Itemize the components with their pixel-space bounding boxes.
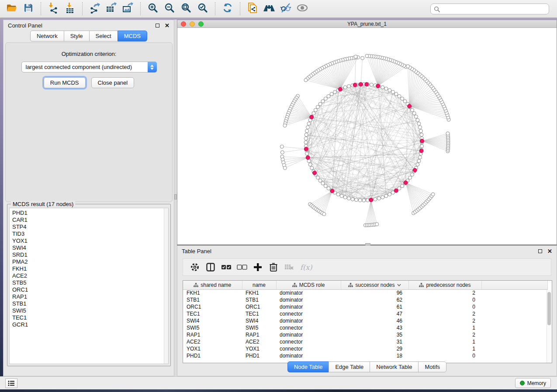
create-column-button[interactable] bbox=[251, 261, 264, 274]
table-cell[interactable]: connector bbox=[276, 324, 341, 331]
apply-layout-button[interactable] bbox=[219, 1, 236, 16]
tab-style[interactable]: Style bbox=[64, 31, 90, 41]
table-cell[interactable]: 96 bbox=[341, 289, 408, 296]
table-cell[interactable]: 61 bbox=[341, 303, 408, 310]
table-cell[interactable]: 0 bbox=[408, 352, 481, 359]
tab-motifs[interactable]: Motifs bbox=[418, 361, 446, 372]
table-row[interactable]: SWI5SWI5connector431 bbox=[183, 324, 547, 331]
network-node[interactable] bbox=[419, 129, 422, 133]
table-row[interactable]: FKH1FKH1dominator962 bbox=[183, 289, 547, 296]
mcds-node-item[interactable]: GCR1 bbox=[12, 321, 168, 328]
table-cell[interactable]: 2 bbox=[408, 310, 481, 317]
table-cell[interactable]: RAP1 bbox=[242, 331, 276, 338]
select-all-columns-button[interactable] bbox=[220, 261, 233, 274]
mcds-node-item[interactable]: ORC1 bbox=[12, 286, 168, 293]
network-window-titlebar[interactable]: YPA_prune.txt_1 bbox=[177, 20, 557, 28]
table-cell[interactable]: STB1 bbox=[242, 296, 276, 303]
network-node[interactable] bbox=[361, 56, 364, 60]
mcds-hub-node[interactable] bbox=[310, 115, 314, 119]
network-node[interactable] bbox=[431, 193, 435, 196]
network-node[interactable] bbox=[388, 193, 391, 196]
table-options-button[interactable] bbox=[188, 261, 201, 274]
network-node[interactable] bbox=[321, 182, 325, 185]
network-node[interactable] bbox=[394, 92, 398, 96]
table-cell[interactable]: ACE2 bbox=[183, 338, 242, 345]
table-cell[interactable]: TEC1 bbox=[242, 310, 276, 317]
export-table-button[interactable] bbox=[103, 1, 120, 16]
network-node[interactable] bbox=[330, 92, 333, 96]
network-node[interactable] bbox=[336, 193, 340, 196]
column-header-MCDS-role[interactable]: MCDS role bbox=[276, 281, 341, 289]
network-node[interactable] bbox=[384, 87, 388, 90]
table-row[interactable]: RAP1RAP1dominator352 bbox=[183, 331, 547, 338]
network-node[interactable] bbox=[365, 54, 369, 58]
network-node[interactable] bbox=[316, 105, 319, 109]
mcds-hub-node[interactable] bbox=[420, 139, 424, 143]
scrollbar-thumb[interactable] bbox=[547, 292, 551, 325]
mcds-hub-node[interactable] bbox=[419, 149, 423, 153]
network-node[interactable] bbox=[406, 65, 410, 68]
tab-network[interactable]: Network bbox=[30, 31, 64, 41]
mcds-hub-node[interactable] bbox=[304, 147, 308, 151]
table-cell[interactable]: YOX1 bbox=[242, 345, 276, 352]
network-node[interactable] bbox=[308, 163, 312, 166]
network-node[interactable] bbox=[416, 163, 419, 166]
mcds-hub-node[interactable] bbox=[404, 181, 408, 185]
table-cell[interactable]: dominator bbox=[276, 303, 341, 310]
network-node[interactable] bbox=[420, 144, 424, 148]
close-panel-icon[interactable]: ✕ bbox=[165, 23, 170, 28]
table-cell[interactable] bbox=[481, 331, 547, 338]
search-input[interactable] bbox=[442, 6, 546, 12]
zoom-out-button[interactable] bbox=[161, 1, 178, 16]
network-node[interactable] bbox=[414, 115, 418, 118]
column-header-shared-name[interactable]: shared name bbox=[183, 281, 242, 289]
optimization-criterion-select[interactable]: largest connected component (undirected) bbox=[21, 62, 157, 72]
table-cell[interactable]: PHD1 bbox=[242, 352, 276, 359]
table-cell[interactable] bbox=[481, 296, 547, 303]
network-node[interactable] bbox=[314, 108, 317, 112]
close-panel-icon[interactable]: ✕ bbox=[547, 248, 552, 254]
network-node[interactable] bbox=[355, 198, 358, 202]
table-cell[interactable]: connector bbox=[276, 338, 341, 345]
mcds-hub-node[interactable] bbox=[413, 168, 417, 172]
mcds-hub-node[interactable] bbox=[353, 83, 357, 87]
network-node[interactable] bbox=[307, 122, 311, 125]
hide-details-button[interactable] bbox=[277, 1, 294, 16]
table-cell[interactable]: 2 bbox=[408, 317, 481, 324]
mcds-node-item[interactable]: STB1 bbox=[12, 300, 168, 307]
table-cell[interactable]: 35 bbox=[341, 331, 408, 338]
table-cell[interactable]: FKH1 bbox=[183, 289, 242, 296]
network-node[interactable] bbox=[351, 197, 354, 201]
table-cell[interactable] bbox=[481, 352, 547, 359]
network-node[interactable] bbox=[304, 141, 308, 144]
network-node[interactable] bbox=[416, 118, 419, 122]
table-cell[interactable]: YOX1 bbox=[183, 345, 242, 352]
mcds-node-item[interactable]: TEC1 bbox=[12, 314, 168, 321]
tab-edge-table[interactable]: Edge Table bbox=[329, 361, 370, 372]
float-panel-icon[interactable] bbox=[538, 249, 542, 253]
table-cell[interactable]: 43 bbox=[341, 324, 408, 331]
table-cell[interactable] bbox=[481, 310, 547, 317]
network-node[interactable] bbox=[381, 86, 384, 89]
table-cell[interactable]: dominator bbox=[276, 331, 341, 338]
table-row[interactable]: PHD1PHD1dominator180 bbox=[183, 352, 547, 359]
network-node[interactable] bbox=[408, 176, 412, 179]
mcds-node-item[interactable]: YOX1 bbox=[12, 237, 168, 244]
deselect-all-columns-button[interactable] bbox=[235, 261, 249, 274]
mcds-hub-node[interactable] bbox=[306, 156, 310, 160]
tab-network-table[interactable]: Network Table bbox=[370, 361, 419, 372]
network-node[interactable] bbox=[280, 151, 284, 154]
mcds-hub-node[interactable] bbox=[369, 198, 373, 202]
mcds-hub-node[interactable] bbox=[338, 87, 342, 91]
network-node[interactable] bbox=[283, 124, 287, 127]
clone-network-button[interactable] bbox=[244, 1, 261, 16]
table-cell[interactable] bbox=[481, 317, 547, 324]
mcds-hub-node[interactable] bbox=[365, 83, 369, 86]
network-node[interactable] bbox=[381, 196, 384, 199]
import-network-button[interactable] bbox=[45, 1, 62, 16]
network-node[interactable] bbox=[312, 112, 315, 115]
node-table[interactable]: shared namenameMCDS rolesuccessor nodesp… bbox=[183, 280, 552, 363]
network-node[interactable] bbox=[411, 108, 414, 112]
mcds-hub-node[interactable] bbox=[394, 189, 398, 193]
table-cell[interactable] bbox=[481, 338, 547, 345]
